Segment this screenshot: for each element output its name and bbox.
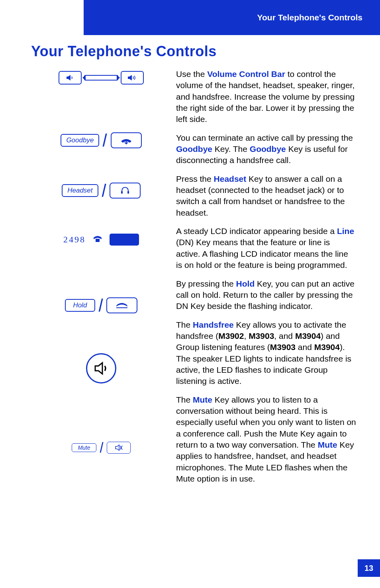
diagram-column: Goodbye / Headset / xyxy=(31,69,171,492)
hold-key-label: Hold xyxy=(73,301,87,309)
slash-divider: / xyxy=(100,442,104,453)
hold-icon-key[interactable] xyxy=(106,297,137,313)
mute-icon xyxy=(114,444,123,452)
header-section-title: Your Telephone's Controls xyxy=(257,13,362,22)
goodbye-key-label: Goodbye xyxy=(66,136,94,144)
speaker-high-icon xyxy=(127,74,137,81)
svg-rect-1 xyxy=(127,191,129,194)
volume-down-button[interactable] xyxy=(59,71,82,85)
mute-description: The Mute Key allows you to listen to a c… xyxy=(176,394,356,485)
page-header: Your Telephone's Controls xyxy=(84,0,380,35)
mute-term: Mute xyxy=(318,440,337,449)
hold-key-diagram: Hold / xyxy=(31,297,171,313)
line-term: Line xyxy=(337,226,354,236)
goodbye-term: Goodbye xyxy=(176,144,212,153)
hold-description: By pressing the Hold Key, you can put an… xyxy=(176,278,356,312)
headset-description: Press the Headset Key to answer a call o… xyxy=(176,173,356,218)
mute-label-key[interactable]: Mute xyxy=(72,443,96,452)
svg-rect-0 xyxy=(121,191,123,194)
page-number: 13 xyxy=(364,564,373,573)
line-key-diagram: 2498 xyxy=(31,234,171,246)
headset-icon xyxy=(120,186,130,195)
volume-up-button[interactable] xyxy=(121,71,144,85)
goodbye-key-diagram: Goodbye / xyxy=(31,132,171,148)
goodbye-icon-key[interactable] xyxy=(111,132,142,148)
headset-key-diagram: Headset / xyxy=(31,183,171,199)
line-description: A steady LCD indicator appearing beside … xyxy=(176,226,356,271)
goodbye-label-key[interactable]: Goodbye xyxy=(61,134,99,147)
mute-term: Mute xyxy=(193,395,212,404)
mute-key-diagram: Mute / xyxy=(31,442,171,454)
slash-divider: / xyxy=(102,134,108,146)
slash-divider: / xyxy=(98,299,103,311)
volume-bar[interactable] xyxy=(84,75,118,81)
receiver-icon xyxy=(114,301,130,310)
headset-label-key[interactable]: Headset xyxy=(62,184,98,197)
line-dn-key[interactable] xyxy=(110,234,139,246)
goodbye-description: You can terminate an active call by pres… xyxy=(176,132,356,166)
line-number: 2498 xyxy=(63,234,86,245)
volume-description: Use the Volume Control Bar to control th… xyxy=(176,69,356,125)
slash-divider: / xyxy=(101,184,106,197)
page-number-tab: 13 xyxy=(358,559,380,577)
description-column: Use the Volume Control Bar to control th… xyxy=(171,69,356,492)
handsfree-term: Handsfree xyxy=(193,320,234,329)
headset-term: Headset xyxy=(214,174,247,183)
mute-icon-key[interactable] xyxy=(107,442,131,454)
volume-control-bar-term: Volume Control Bar xyxy=(207,69,285,79)
hold-label-key[interactable]: Hold xyxy=(65,299,95,312)
handsfree-key-diagram xyxy=(31,353,171,383)
handsfree-description: The Handsfree Key allows you to activate… xyxy=(176,319,356,387)
mute-key-label: Mute xyxy=(78,444,90,451)
hold-term: Hold xyxy=(236,279,255,288)
content-area: Goodbye / Headset / xyxy=(31,69,356,492)
volume-control-diagram xyxy=(31,69,171,85)
headset-icon-key[interactable] xyxy=(110,183,141,199)
phone-icon xyxy=(92,234,103,245)
hangup-icon xyxy=(119,136,133,145)
speaker-icon xyxy=(93,361,110,376)
goodbye-term: Goodbye xyxy=(250,144,286,153)
svg-rect-2 xyxy=(116,307,127,308)
headset-key-label: Headset xyxy=(67,187,92,195)
speaker-low-icon xyxy=(66,74,74,81)
page-title: Your Telephone's Controls xyxy=(31,43,217,60)
handsfree-button[interactable] xyxy=(86,353,116,383)
